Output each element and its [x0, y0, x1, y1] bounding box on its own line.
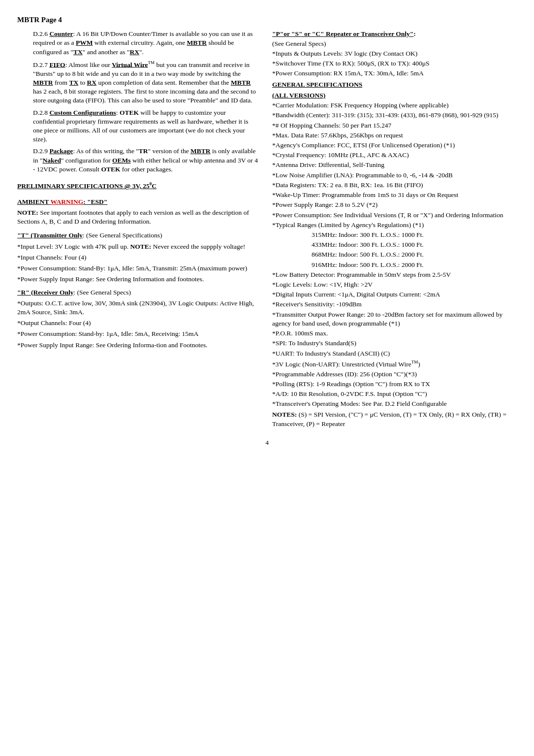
prelim-note: NOTE: See important footnotes that apply… — [17, 208, 258, 226]
d2-6-rx: RX — [130, 48, 140, 56]
d2-9-label: D.2.9 — [33, 147, 48, 155]
d2-8-text1: : — [116, 109, 120, 116]
gen2-item-9: *Programmable Addresses (ID): 256 (Optio… — [272, 370, 517, 379]
t-heading: "T" (Transmitter Only: (See General Spec… — [17, 231, 258, 240]
d2-6-text5: ". — [139, 48, 144, 56]
right-column: "P"or "S" or "C" Repeater or Transceiver… — [272, 30, 517, 429]
gen2-item-4: *Transmitter Output Power Range: 20 to -… — [272, 310, 517, 328]
t-heading-text: "T" (Transmitter Only — [17, 231, 83, 239]
prelim-warning: WARNING — [50, 198, 83, 205]
tm-sup: TM — [411, 360, 418, 364]
section-d2-8: D.2.8 Custom Configurations: OTEK will b… — [17, 108, 258, 144]
d2-6-text4: " and another as " — [83, 48, 130, 56]
gen-item-1: *Bandwidth (Center): 311-319: (315); 331… — [272, 111, 517, 120]
gen-item-3: *Max. Data Rate: 57.6Kbps, 256Kbps on re… — [272, 131, 517, 140]
t-item-1: *Input Channels: Four (4) — [17, 253, 258, 262]
page-number: 4 — [17, 438, 517, 447]
gen2-item-11: *A/D: 10 Bit Resolution, 0-2VDC F.S. Inp… — [272, 390, 517, 398]
d2-8-label: D.2.8 — [33, 109, 48, 116]
d2-8-paragraph: D.2.8 Custom Configurations: OTEK will b… — [33, 108, 258, 144]
notes-paragraph: NOTES: (S) = SPI Version, ("C") = μC Ver… — [272, 410, 517, 428]
prelim-specs-section: PRELIMINARY SPECIFICATIONS @ 3V, 250C AM… — [17, 181, 258, 350]
d2-9-link: Package — [49, 147, 73, 155]
d2-9-oems: OEMs — [112, 157, 131, 164]
r-heading-text: "R" (Receiver Only — [17, 289, 73, 296]
d2-7-tx: TX — [69, 79, 79, 86]
d2-7-text6: has 2 each, 8 bit storage registers. The… — [33, 88, 256, 104]
gen2-item-8: *3V Logic (Non-UART): Unrestricted (Virt… — [272, 359, 517, 369]
d2-9-text4: " configuration for — [61, 157, 112, 164]
page-title: MBTR Page 4 — [17, 15, 517, 25]
gen-specs-heading1: GENERAL SPECIFICATIONS — [272, 80, 517, 89]
pcs-item-0: *Inputs & Outputs Levels: 3V logic (Dry … — [272, 49, 517, 58]
d2-9-mbtr: MBTR — [190, 147, 211, 155]
prelim-note-text: See important footnotes that apply to ea… — [17, 209, 249, 225]
r-item-0: *Outputs: O.C.T. active low, 30V, 30mA s… — [17, 299, 258, 317]
gen-item-11: *Power Consumption: See Individual Versi… — [272, 211, 517, 220]
prelim-c: C — [152, 182, 157, 190]
range-item-3: 916MHz: Indoor: 500 Ft. L.O.S.: 2000 Ft. — [312, 261, 517, 269]
gen-item-10: *Power Supply Range: 2.8 to 5.2V (*2) — [272, 200, 517, 209]
d2-7-tm: TM — [148, 60, 155, 65]
pcs-item-2: *Power Consumption: RX 15mA, TX: 30mA, I… — [272, 69, 517, 78]
page-container: MBTR Page 4 D.2.6 Counter: A 16 Bit UP/D… — [17, 15, 517, 447]
gen2-item-6: *SPI: To Industry's Standard(S) — [272, 339, 517, 348]
gen2-item-1: *Logic Levels: Low: <1V, High: >2V — [272, 280, 517, 289]
left-column: D.2.6 Counter: A 16 Bit UP/Down Counter/… — [17, 30, 258, 429]
gen2-item-2: *Digital Inputs Current: <1μA, Digital O… — [272, 290, 517, 299]
range-item-2: 868MHz: Indoor: 500 Ft. L.O.S.: 2000 Ft. — [312, 250, 517, 259]
pcs-heading-text: "P"or "S" or "C" Repeater or Transceiver… — [272, 30, 413, 37]
section-d2-9: D.2.9 Package: As of this writing, the "… — [17, 147, 258, 174]
range-item-1: 433MHz: Indoor: 300 Ft. L.O.S.: 1000 Ft. — [312, 240, 517, 249]
d2-9-text1: : As of this writing, the " — [73, 147, 138, 155]
d2-7-mbtr: MBTR — [33, 79, 53, 86]
r-rest: : (See General Specs) — [73, 289, 131, 296]
prelim-heading-text1: PRELIMINARY SPECIFICATIONS @ 3V, 25 — [17, 182, 150, 190]
d2-7-text3: from — [53, 79, 69, 86]
t-item-3: *Power Supply Input Range: See Ordering … — [17, 275, 258, 284]
r-item-2: *Power Consumption: Stand-by: 1μA, Idle:… — [17, 329, 258, 338]
t-rest: : (See General Specifications) — [83, 231, 162, 239]
d2-9-text2: " version of the — [148, 147, 191, 155]
section-d2-6: D.2.6 Counter: A 16 Bit UP/Down Counter/… — [17, 30, 258, 57]
gen2-item-5: *P.O.R. 100mS max. — [272, 329, 517, 338]
notes-label: NOTES: — [272, 411, 297, 418]
range-items: 315MHz: Indoor: 300 Ft. L.O.S.: 1000 Ft.… — [272, 230, 517, 269]
d2-7-rx: RX — [87, 79, 97, 86]
gen2-item-3: *Receiver's Sensitivity: -109dBm — [272, 300, 517, 309]
d2-7-link: FIFO — [49, 61, 65, 68]
gen-item-7: *Low Noise Amplifier (LNA): Programmable… — [272, 171, 517, 180]
prelim-ambient-heading: AMBIENT WARNING: "ESD" — [17, 197, 258, 206]
d2-6-link: Counter — [49, 30, 73, 37]
gen-item-4: *Agency's Compliance: FCC, ETSI (For Unl… — [272, 141, 517, 150]
d2-7-paragraph: D.2.7 FIFO: Almost like our Virtual Wire… — [33, 60, 258, 105]
pcs-see-general: (See General Specs) — [272, 39, 517, 48]
range-item-0: 315MHz: Indoor: 300 Ft. L.O.S.: 1000 Ft. — [312, 230, 517, 239]
t-note-bold: NOTE: — [130, 243, 152, 250]
gen2-item-7: *UART: To Industry's Standard (ASCII) (C… — [272, 349, 517, 358]
d2-9-otek: OTEK — [101, 165, 120, 173]
d2-6-text2: with external circuitry. Again, one — [93, 39, 187, 46]
t-item-2: *Power Consumption: Stand-By: 1μA, Idle:… — [17, 264, 258, 273]
gen-item-12: *Typical Ranges (Limited by Agency's Reg… — [272, 221, 517, 230]
gen-specs-heading2: (ALL VERSIONS) — [272, 91, 517, 100]
r-item-3: *Power Supply Input Range: See Ordering … — [17, 341, 258, 350]
d2-6-paragraph: D.2.6 Counter: A 16 Bit UP/Down Counter/… — [33, 30, 258, 57]
d2-7-vw: Virtual Wire — [112, 61, 148, 68]
prelim-ambient: AMBIENT — [17, 198, 49, 205]
d2-9-paragraph: D.2.9 Package: As of this writing, the "… — [33, 147, 258, 174]
d2-7-text4: to — [78, 79, 87, 86]
r-item-1: *Output Channels: Four (4) — [17, 319, 258, 328]
d2-9-tr: TR — [139, 147, 148, 155]
prelim-note-label: NOTE: — [17, 209, 38, 216]
d2-6-tx: TX — [73, 48, 83, 56]
d2-6-pwm: PWM — [76, 39, 93, 46]
two-column-layout: D.2.6 Counter: A 16 Bit UP/Down Counter/… — [17, 30, 517, 429]
prelim-esd: : "ESD" — [83, 198, 107, 205]
d2-7-label: D.2.7 — [33, 61, 48, 68]
d2-9-naked: Naked — [42, 157, 61, 164]
t-item-0: *Input Level: 3V Logic with 47K pull up.… — [17, 242, 258, 251]
prelim-heading: PRELIMINARY SPECIFICATIONS @ 3V, 250C — [17, 181, 258, 191]
gen2-item-12: *Transceiver's Operating Modes: See Par.… — [272, 399, 517, 408]
d2-7-text1: : Almost like our — [65, 61, 112, 68]
